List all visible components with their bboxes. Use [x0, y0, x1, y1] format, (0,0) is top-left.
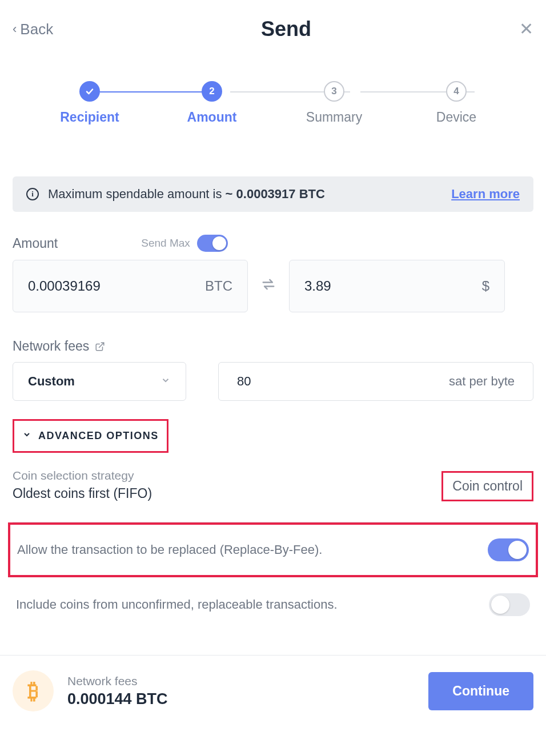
close-button[interactable]: ✕: [519, 21, 533, 38]
back-label: Back: [20, 21, 53, 38]
step-label: Device: [436, 110, 476, 125]
coin-strategy-label: Coin selection strategy: [13, 469, 152, 482]
crypto-unit: BTC: [205, 278, 232, 294]
amount-fiat-input[interactable]: $: [289, 260, 505, 312]
step-amount[interactable]: 2 Amount: [166, 81, 258, 125]
advanced-options-label: ADVANCED OPTIONS: [38, 430, 159, 442]
unconfirmed-toggle[interactable]: [489, 593, 530, 616]
close-icon: ✕: [519, 19, 533, 38]
network-fees-label: Network fees: [13, 339, 89, 354]
chevron-down-icon: [22, 430, 31, 442]
page-title: Send: [261, 17, 311, 41]
rbf-label: Allow the transaction to be replaced (Re…: [17, 542, 322, 557]
unconfirmed-label: Include coins from unconfirmed, replacea…: [16, 597, 338, 612]
svg-line-0: [99, 343, 104, 347]
footer: ₿ Network fees 0.000144 BTC Continue: [0, 656, 546, 729]
fee-rate-input[interactable]: sat per byte: [218, 362, 533, 401]
step-badge: 2: [202, 81, 222, 102]
amount-crypto-input[interactable]: BTC: [13, 260, 248, 312]
amount-label: Amount: [13, 236, 58, 251]
step-label: Recipient: [60, 110, 119, 125]
check-icon: [79, 81, 100, 102]
advanced-options-toggle[interactable]: ADVANCED OPTIONS: [13, 419, 168, 453]
learn-more-link[interactable]: Learn more: [451, 187, 520, 202]
step-badge: 3: [324, 81, 344, 102]
chevron-left-icon: ‹: [13, 22, 17, 37]
fee-rate-field[interactable]: [237, 374, 294, 389]
amount-crypto-field[interactable]: [28, 278, 151, 294]
step-label: Summary: [306, 110, 362, 125]
rbf-toggle[interactable]: [488, 538, 529, 561]
step-recipient[interactable]: Recipient: [44, 81, 135, 125]
fee-level-select[interactable]: Custom: [13, 362, 186, 401]
swap-icon[interactable]: [260, 276, 276, 296]
fiat-unit: $: [482, 278, 489, 294]
max-spendable-text: Maximum spendable amount is ~ 0.0003917 …: [48, 187, 325, 202]
send-max-label: Send Max: [141, 237, 190, 250]
continue-button[interactable]: Continue: [428, 672, 533, 710]
amount-fiat-field[interactable]: [304, 278, 415, 294]
fee-rate-unit: sat per byte: [449, 374, 515, 389]
external-link-icon[interactable]: [95, 341, 105, 352]
fee-level-value: Custom: [28, 374, 75, 389]
chevron-down-icon: [160, 375, 171, 388]
coin-strategy-value: Oldest coins first (FIFO): [13, 486, 152, 501]
rbf-row: Allow the transaction to be replaced (Re…: [8, 522, 538, 577]
footer-fees-label: Network fees: [67, 674, 168, 688]
info-icon: i: [26, 188, 39, 200]
stepper: Recipient 2 Amount 3 Summary 4 Device: [44, 81, 502, 125]
step-device[interactable]: 4 Device: [411, 81, 502, 125]
step-badge: 4: [446, 81, 467, 102]
max-spendable-banner: i Maximum spendable amount is ~ 0.000391…: [13, 176, 533, 212]
step-label: Amount: [187, 110, 237, 125]
send-max-toggle[interactable]: [197, 235, 228, 252]
unconfirmed-row: Include coins from unconfirmed, replacea…: [13, 577, 533, 632]
back-button[interactable]: ‹ Back: [13, 21, 53, 38]
step-summary[interactable]: 3 Summary: [288, 81, 380, 125]
bitcoin-icon: ₿: [13, 670, 54, 711]
footer-fees-value: 0.000144 BTC: [67, 690, 168, 708]
coin-control-button[interactable]: Coin control: [441, 471, 533, 501]
